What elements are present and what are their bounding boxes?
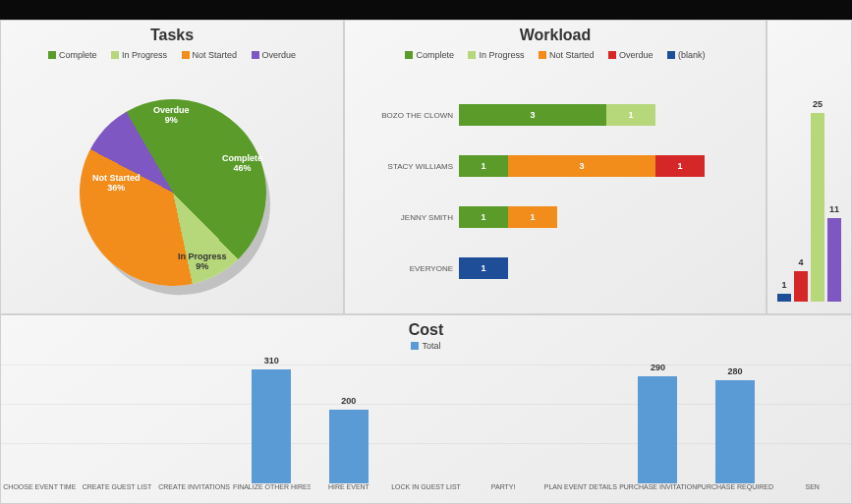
cost-x-label: PARTY!: [465, 483, 542, 503]
dashboard: Tasks Complete In Progress Not Started O…: [0, 0, 852, 504]
cost-x-label: SEN: [773, 483, 851, 503]
cost-bar-value: 280: [715, 366, 755, 376]
tasks-title: Tasks: [1, 21, 343, 44]
workload-segment: 1: [655, 155, 705, 177]
legend-overdue: Overdue: [608, 50, 653, 60]
cost-bar-value: 200: [329, 396, 369, 406]
cost-title: Cost: [1, 315, 851, 339]
swatch-icon: [48, 51, 56, 59]
cost-bar: 310: [252, 369, 291, 483]
side-bar-value: 25: [811, 99, 824, 109]
cost-bar: 280: [715, 380, 755, 483]
workload-category-label: BOZO THE CLOWN: [355, 111, 459, 120]
cost-x-label: PLAN EVENT DETAILS: [541, 483, 619, 503]
workload-segment: 1: [508, 206, 557, 228]
swatch-icon: [182, 51, 190, 59]
cost-x-label: CREATE GUEST LIST: [79, 483, 156, 503]
swatch-icon: [405, 51, 413, 59]
swatch-icon: [411, 342, 419, 350]
cost-x-label: CREATE INVITATIONS: [155, 483, 233, 503]
cost-bar-value: 290: [638, 363, 677, 372]
workload-row: STACY WILLIAMS131: [355, 140, 756, 192]
workload-row: BOZO THE CLOWN31: [355, 89, 756, 140]
cost-x-label: PURCHASE INVITATION: [619, 483, 697, 503]
cost-x-label: LOCK IN GUEST LIST: [387, 483, 465, 503]
workload-bar-stack: 11: [459, 206, 756, 228]
pie-label-complete: Complete46%: [222, 153, 262, 174]
workload-row: JENNY SMITH11: [355, 192, 756, 243]
swatch-icon: [252, 51, 259, 59]
side-bar: 4: [794, 271, 808, 302]
side-bar: 1: [777, 294, 791, 302]
pie-wrap: Complete46% In Progress9% Not Started36%…: [45, 99, 301, 296]
cost-x-label: PURCHASE REQUIRED: [697, 483, 774, 503]
side-bar-value: 4: [794, 257, 808, 267]
cost-slot: 310: [233, 369, 311, 483]
legend-not-started: Not Started: [182, 50, 238, 60]
workload-bar-stack: 31: [459, 104, 756, 126]
legend-not-started: Not Started: [539, 50, 595, 60]
workload-chart: Workload Complete In Progress Not Starte…: [344, 20, 767, 314]
cost-chart: Cost Total 310200290280 CHOOSE EVENT TIM…: [0, 314, 852, 504]
workload-bar-stack: 131: [459, 155, 756, 177]
cost-slot: 200: [311, 410, 388, 483]
pie-icon: [45, 65, 301, 320]
cost-x-label: FINALIZE OTHER HIRES: [233, 483, 311, 503]
workload-segment: 3: [508, 155, 655, 177]
cost-slot: 290: [619, 376, 697, 483]
cost-bar: 200: [329, 410, 369, 483]
side-bar-value: 11: [827, 204, 841, 214]
window-titlebar: [0, 0, 852, 20]
workload-plot-area: BOZO THE CLOWN31STACY WILLIAMS131JENNY S…: [355, 89, 756, 304]
side-chart: 142511: [767, 20, 852, 314]
workload-legend: Complete In Progress Not Started Overdue…: [345, 50, 766, 61]
legend-overdue: Overdue: [252, 50, 297, 60]
workload-category-label: STACY WILLIAMS: [355, 162, 459, 171]
swatch-icon: [667, 51, 675, 59]
workload-category-label: EVERYONE: [355, 264, 459, 273]
side-bar: 25: [811, 113, 824, 302]
cost-legend: Total: [1, 341, 851, 352]
cost-x-label: HIRE EVENT: [311, 483, 388, 503]
side-bar-value: 1: [777, 280, 791, 290]
workload-segment: 3: [459, 104, 606, 126]
workload-segment: 1: [459, 257, 508, 279]
workload-category-label: JENNY SMITH: [355, 213, 459, 222]
side-plot-area: 142511: [767, 105, 851, 302]
cost-bar: 290: [638, 376, 677, 483]
swatch-icon: [468, 51, 476, 59]
workload-segment: 1: [459, 206, 508, 228]
cost-x-label: CHOOSE EVENT TIME: [1, 483, 79, 503]
side-bar: 11: [827, 218, 841, 302]
workload-title: Workload: [345, 21, 766, 44]
legend-complete: Complete: [48, 50, 97, 60]
top-row: Tasks Complete In Progress Not Started O…: [0, 20, 852, 314]
cost-slot: 280: [697, 380, 774, 483]
legend-in-progress: In Progress: [468, 50, 524, 60]
pie-label-not-started: Not Started36%: [92, 173, 141, 194]
legend-in-progress: In Progress: [111, 50, 167, 60]
tasks-legend: Complete In Progress Not Started Overdue: [1, 50, 343, 61]
swatch-icon: [608, 51, 616, 59]
cost-x-axis: CHOOSE EVENT TIMECREATE GUEST LISTCREATE…: [1, 483, 851, 503]
workload-row: EVERYONE1: [355, 243, 756, 294]
swatch-icon: [539, 51, 546, 59]
cost-bar-value: 310: [252, 356, 291, 365]
workload-segment: 1: [459, 155, 508, 177]
pie-label-overdue: Overdue9%: [153, 105, 190, 126]
workload-segment: 1: [606, 104, 655, 126]
legend-blank: (blank): [667, 50, 706, 60]
pie-label-in-progress: In Progress9%: [178, 252, 227, 272]
cost-plot-area: 310200290280: [1, 364, 851, 483]
legend-total: Total: [411, 341, 440, 351]
workload-bar-stack: 1: [459, 257, 756, 279]
swatch-icon: [111, 51, 119, 59]
tasks-chart: Tasks Complete In Progress Not Started O…: [0, 20, 344, 314]
legend-complete: Complete: [405, 50, 454, 60]
